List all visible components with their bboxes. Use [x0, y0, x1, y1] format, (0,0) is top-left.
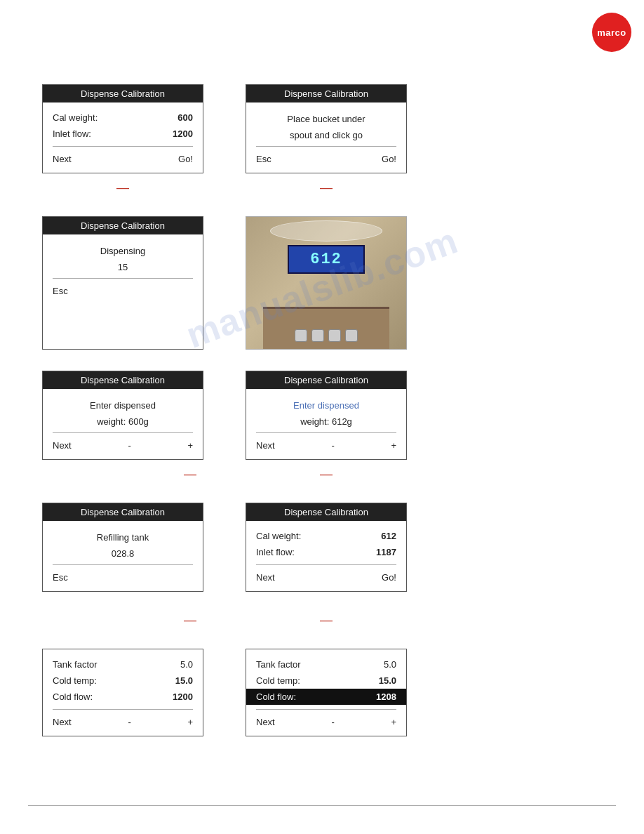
- tank-factor-row-left: Tank factor 5.0: [53, 656, 193, 673]
- panel-header-6: Dispense Calibration: [43, 503, 203, 521]
- esc-button-1[interactable]: Esc: [256, 154, 271, 164]
- panel-body-7: Cal weight: 612 Inlet flow: 1187 Next Go…: [246, 521, 406, 591]
- next-button-6[interactable]: Next: [256, 717, 275, 727]
- cold-temp-row-left: Cold temp: 15.0: [53, 673, 193, 689]
- scale-body: [263, 307, 389, 349]
- panel-body-9: Tank factor 5.0 Cold temp: 15.0 Cold flo…: [246, 649, 406, 736]
- main-content: Dispense Calibration Cal weight: 600 Inl…: [0, 0, 644, 800]
- tank-factor-row-right: Tank factor 5.0: [256, 656, 396, 673]
- cold-temp-row-right: Cold temp: 15.0: [256, 673, 396, 689]
- panel-body-3: Dispensing 15 Esc: [43, 234, 203, 305]
- scale-buttons: [295, 329, 358, 342]
- panel-enter-weight-612: Dispense Calibration Enter dispensed wei…: [246, 371, 407, 460]
- scale-image-panel: 612: [246, 216, 407, 350]
- cold-flow-label-left: Cold flow:: [53, 691, 93, 702]
- next-button-1[interactable]: Next: [53, 154, 72, 164]
- dispensing-label: Dispensing: [53, 241, 193, 258]
- minus-button-2[interactable]: -: [331, 440, 334, 451]
- panel-footer-5: Next - +: [256, 437, 396, 452]
- scale-btn-3: [328, 329, 341, 342]
- panel-body-4: Enter dispensed weight: 600g Next - +: [43, 389, 203, 459]
- cold-flow-value-left: 1200: [173, 691, 193, 702]
- logo-text: marco: [597, 27, 626, 38]
- panel-footer-2: Esc Go!: [256, 151, 396, 166]
- scale-btn-4: [345, 329, 358, 342]
- tank-factor-label-left: Tank factor: [53, 659, 98, 670]
- panel-body-6: Refilling tank 028.8 Esc: [43, 521, 203, 591]
- cold-temp-value-left: 15.0: [175, 675, 193, 686]
- dash-row-1: — —: [42, 180, 602, 195]
- panel-place-bucket: Dispense Calibration Place bucket under …: [246, 84, 407, 173]
- panel-footer-4: Next - +: [53, 437, 193, 452]
- panel-row-4: Dispense Calibration Refilling tank 028.…: [42, 503, 602, 592]
- dash-row-3: — —: [42, 467, 602, 482]
- message1: Place bucket under: [256, 110, 396, 126]
- tank-factor-value-left: 5.0: [180, 659, 193, 670]
- cold-flow-row-left: Cold flow: 1200: [53, 689, 193, 705]
- panel-footer-6: Esc: [53, 569, 193, 584]
- cal-weight-row: Cal weight: 600: [53, 110, 193, 126]
- next-button-2[interactable]: Next: [53, 440, 72, 451]
- plus-button-1[interactable]: +: [187, 440, 193, 451]
- dash-row-4: — —: [42, 613, 602, 628]
- panel-body-5: Enter dispensed weight: 612g Next - +: [246, 389, 406, 459]
- message2: spout and click go: [256, 126, 396, 142]
- esc-button-2[interactable]: Esc: [53, 286, 68, 296]
- scale-bowl: [270, 220, 382, 241]
- plus-button-4[interactable]: +: [391, 717, 396, 727]
- scale-btn-2: [311, 329, 324, 342]
- panel-row-1: Dispense Calibration Cal weight: 600 Inl…: [42, 84, 602, 173]
- minus-button-1[interactable]: -: [128, 440, 130, 451]
- panel-header-5: Dispense Calibration: [246, 371, 406, 389]
- panel-cal-612: Dispense Calibration Cal weight: 612 Inl…: [246, 503, 407, 592]
- dispensing-value: 15: [53, 258, 193, 274]
- go-button-3[interactable]: Go!: [382, 572, 396, 583]
- tank-factor-label-right: Tank factor: [256, 659, 301, 670]
- scale-display: 612: [288, 245, 365, 274]
- next-button-4[interactable]: Next: [256, 572, 275, 583]
- scale-image: 612: [246, 217, 406, 349]
- panel-body-8: Tank factor 5.0 Cold temp: 15.0 Cold flo…: [43, 649, 203, 736]
- cold-temp-label-left: Cold temp:: [53, 675, 97, 686]
- panel-footer-1: Next Go!: [53, 151, 193, 166]
- panel-footer-3: Esc: [53, 283, 193, 298]
- panel-row-5: Tank factor 5.0 Cold temp: 15.0 Cold flo…: [42, 649, 602, 736]
- panel-footer-9: Next - +: [256, 714, 396, 729]
- panel-enter-weight-600: Dispense Calibration Enter dispensed wei…: [42, 371, 203, 460]
- next-button-5[interactable]: Next: [53, 717, 72, 727]
- panel-tank-factor-left: Tank factor 5.0 Cold temp: 15.0 Cold flo…: [42, 649, 203, 736]
- enter-dispensed-1: Enter dispensed: [53, 396, 193, 412]
- enter-dispensed-2: Enter dispensed: [256, 396, 396, 412]
- panel-body-1: Cal weight: 600 Inlet flow: 1200 Next Go…: [43, 102, 203, 173]
- cold-flow-value-right: 1208: [376, 691, 396, 702]
- inlet-flow-1187-row: Inlet flow: 1187: [256, 544, 396, 560]
- weight-612: weight: 612g: [256, 412, 396, 428]
- inlet-flow-row: Inlet flow: 1200: [53, 126, 193, 142]
- bottom-border: [28, 805, 616, 806]
- panel-refilling: Dispense Calibration Refilling tank 028.…: [42, 503, 203, 592]
- weight-600: weight: 600g: [53, 412, 193, 428]
- cal-weight-612-row: Cal weight: 612: [256, 528, 396, 544]
- cold-temp-label-right: Cold temp:: [256, 675, 300, 686]
- cold-flow-row-right-highlighted: Cold flow: 1208: [246, 689, 406, 705]
- panel-row-2: Dispense Calibration Dispensing 15 Esc: [42, 216, 602, 350]
- minus-button-4[interactable]: -: [331, 717, 334, 727]
- panel-footer-7: Next Go!: [256, 569, 396, 584]
- marco-logo: marco: [592, 13, 631, 52]
- plus-button-3[interactable]: +: [187, 717, 193, 727]
- cold-temp-value-right: 15.0: [379, 675, 396, 686]
- esc-button-3[interactable]: Esc: [53, 572, 68, 583]
- panel-header-2: Dispense Calibration: [246, 85, 406, 102]
- refilling-value: 028.8: [53, 544, 193, 560]
- go-button-1[interactable]: Go!: [178, 154, 193, 164]
- panel-header-4: Dispense Calibration: [43, 371, 203, 389]
- plus-button-2[interactable]: +: [391, 440, 396, 451]
- panel-row-3: Dispense Calibration Enter dispensed wei…: [42, 371, 602, 460]
- panel-dispensing: Dispense Calibration Dispensing 15 Esc: [42, 216, 203, 350]
- minus-button-3[interactable]: -: [128, 717, 130, 727]
- panel-header-1: Dispense Calibration: [43, 85, 203, 102]
- next-button-3[interactable]: Next: [256, 440, 275, 451]
- panel-header-7: Dispense Calibration: [246, 503, 406, 521]
- go-button-2[interactable]: Go!: [382, 154, 396, 164]
- cold-flow-label-right: Cold flow:: [256, 691, 296, 702]
